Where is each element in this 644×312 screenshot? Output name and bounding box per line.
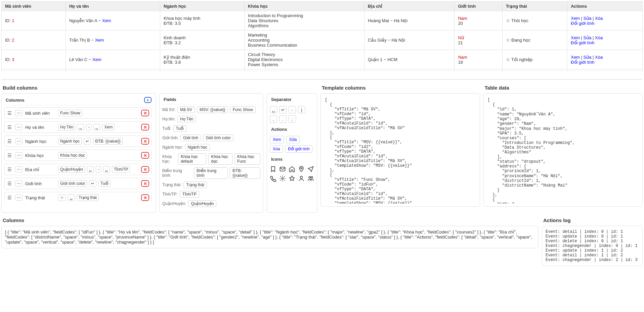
drag-handle-icon[interactable]: ☰ (7, 167, 12, 172)
bookmark-icon[interactable] (270, 166, 276, 172)
field-chip[interactable]: ↵ (89, 180, 96, 187)
action-chip[interactable]: Đổi giới tính (285, 145, 312, 153)
field-chip[interactable]: Khóa học dọc (58, 152, 87, 159)
gear-icon[interactable] (279, 175, 286, 182)
user-icon[interactable] (298, 175, 305, 182)
more-icon[interactable]: ⋯ (15, 195, 23, 201)
field-chip[interactable]: ␣ (87, 166, 94, 173)
field-option-chip[interactable]: Điểm trung bình (194, 167, 228, 179)
drag-handle-icon[interactable]: ☰ (7, 110, 12, 116)
view-link[interactable]: Xem (102, 18, 111, 23)
toggle-gender-action[interactable]: Đổi giới tính (571, 21, 594, 26)
field-option-chip[interactable]: Quận/Huyện (188, 200, 216, 207)
delete-column-button[interactable]: ✕ (141, 180, 149, 187)
view-action[interactable]: Xem (571, 35, 580, 40)
field-chip[interactable]: Tuổi (98, 180, 110, 187)
drag-handle-icon[interactable]: ☰ (7, 124, 12, 130)
separator-button[interactable]: - (289, 106, 296, 113)
edit-action[interactable]: Sửa (584, 35, 592, 40)
separator-button[interactable]: ; (289, 115, 296, 123)
delete-column-button[interactable]: ✕ (141, 138, 149, 145)
add-column-button[interactable]: + (144, 97, 152, 103)
field-chip[interactable]: Ngành học (58, 138, 82, 145)
separator-button[interactable]: . (279, 115, 287, 123)
drag-handle-icon[interactable]: ☰ (7, 181, 12, 186)
delete-column-button[interactable]: ✕ (141, 124, 149, 131)
field-chip[interactable]: Xem (102, 124, 115, 131)
field-chip[interactable]: - (86, 124, 91, 131)
field-chip[interactable]: Quận/Huyện (58, 166, 85, 173)
action-chip[interactable]: Sửa (286, 136, 300, 143)
field-chip[interactable]: ␣ (77, 124, 84, 131)
drag-handle-icon[interactable]: ☰ (7, 195, 12, 200)
separator-button[interactable]: | (298, 106, 305, 113)
home-icon[interactable] (289, 166, 295, 172)
separator-button[interactable]: ␣ (270, 106, 277, 113)
toggle-gender-action[interactable]: Đổi giới tính (571, 60, 594, 65)
more-icon[interactable]: ⋯ (15, 166, 23, 172)
field-option-chip[interactable]: Khóa học default (178, 153, 206, 165)
field-chip[interactable]: - (96, 166, 101, 173)
view-link[interactable]: Xem (95, 38, 104, 43)
separator-button[interactable]: ↵ (279, 106, 287, 113)
field-chip[interactable]: ☆ (58, 194, 66, 201)
svg-point-2 (282, 178, 284, 179)
field-option-chip[interactable]: Khóa học dọc (208, 153, 232, 165)
more-icon[interactable]: ⋯ (15, 152, 23, 158)
template-code[interactable]: [ { "vfTitle": "Mã SV", "vfCode": "id", … (324, 96, 477, 204)
field-option-chip[interactable]: MSV: {{value}} (197, 106, 228, 113)
star-icon[interactable] (289, 175, 295, 182)
delete-column-button[interactable]: ✕ (141, 194, 149, 201)
delete-column-button[interactable]: ✕ (141, 110, 149, 116)
field-option-chip[interactable]: Giới tính color (203, 135, 233, 141)
field-chip[interactable]: Func Show (58, 110, 82, 116)
field-option-chip[interactable]: Trạng thái (183, 181, 207, 188)
delete-action[interactable]: Xóa (595, 35, 603, 40)
field-chip[interactable]: Trạng thái (77, 194, 99, 201)
field-option-chip[interactable]: Func Show (230, 106, 256, 113)
view-action[interactable]: Xem (571, 55, 580, 60)
users-icon[interactable] (307, 175, 314, 182)
more-icon[interactable]: ⋯ (15, 110, 23, 116)
field-option-chip[interactable]: ĐTB: {{value}} (230, 167, 260, 179)
toggle-gender-action[interactable]: Đổi giới tính (571, 40, 594, 45)
edit-action[interactable]: Sửa (584, 16, 592, 21)
field-option-chip[interactable]: Tỉnh/TP (180, 191, 199, 198)
field-option-chip[interactable]: Tuổi (173, 125, 186, 132)
phone-icon[interactable] (270, 175, 276, 182)
drag-handle-icon[interactable]: ☰ (7, 153, 12, 158)
field-option-chip[interactable]: Khóa học Func (234, 153, 260, 165)
field-option-chip[interactable]: Mã SV (177, 106, 195, 113)
view-action[interactable]: Xem (571, 16, 580, 21)
field-chip[interactable]: ␣ (103, 166, 110, 173)
field-chip[interactable]: ĐTB: {{value}} (93, 138, 122, 145)
field-chip[interactable]: ␣ (68, 194, 75, 201)
action-chip[interactable]: Xóa (270, 145, 283, 153)
send-icon[interactable] (307, 166, 314, 172)
more-icon[interactable]: ⋯ (15, 138, 23, 144)
field-chip[interactable]: ␣ (93, 124, 100, 131)
table-data-code[interactable]: [ { "id": 1, "name": "Nguyênễ Văn A", "a… (486, 96, 640, 204)
more-icon[interactable]: ⋯ (15, 180, 23, 187)
delete-action[interactable]: Xóa (595, 55, 603, 60)
mail-icon[interactable] (279, 166, 286, 172)
field-option-chip[interactable]: Ngành học (185, 144, 210, 151)
more-icon[interactable]: ⋯ (15, 124, 23, 130)
action-chip[interactable]: Xem (270, 136, 284, 143)
view-link[interactable]: Xem (92, 57, 101, 62)
field-chip[interactable]: Họ Tên (58, 124, 75, 131)
field-chip[interactable]: Tỉnh/TP (112, 166, 130, 173)
field-option-chip[interactable]: Giới tính (180, 135, 201, 141)
delete-column-button[interactable]: ✕ (141, 166, 149, 173)
field-chip[interactable]: ↵ (84, 138, 91, 145)
map-pin-icon[interactable] (298, 166, 305, 172)
delete-action[interactable]: Xóa (595, 16, 603, 21)
table-data-panel: [ { "id": 1, "name": "Nguyênễ Văn A", "a… (483, 93, 643, 207)
separator-button[interactable]: , (270, 115, 277, 123)
data-table-wrapper[interactable]: Mã sinh viênHọ và tênNgành họcKhóa họcĐị… (1, 1, 643, 71)
delete-column-button[interactable]: ✕ (141, 152, 149, 159)
drag-handle-icon[interactable]: ☰ (7, 139, 12, 144)
field-option-chip[interactable]: Họ Tên (177, 116, 196, 122)
field-chip[interactable]: Giới tính color (58, 180, 87, 187)
edit-action[interactable]: Sửa (584, 55, 592, 60)
